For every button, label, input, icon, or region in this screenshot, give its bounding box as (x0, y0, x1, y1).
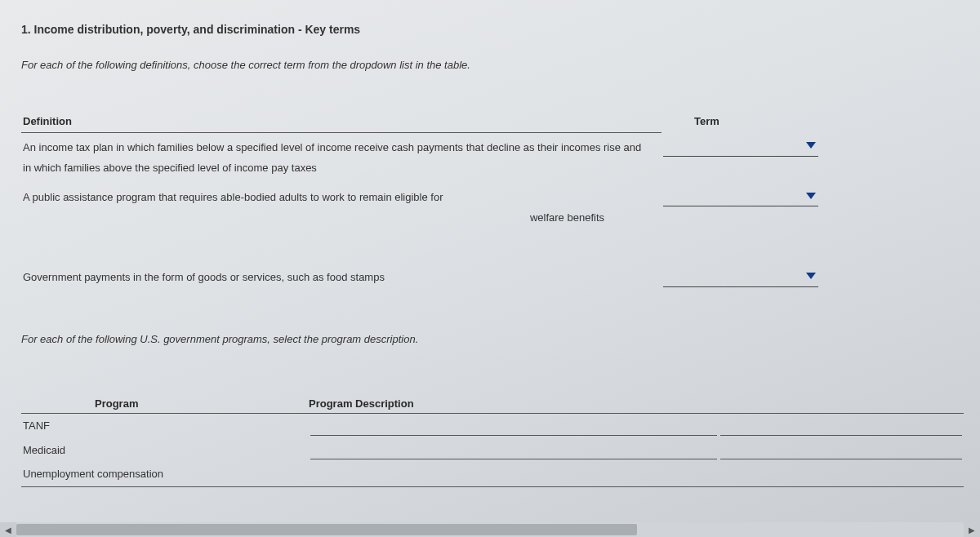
scroll-track[interactable] (16, 522, 964, 537)
table-row: A public assistance program that require… (21, 183, 964, 233)
term-dropdown-1[interactable] (663, 135, 818, 157)
program-description-dropdown-2[interactable] (310, 441, 717, 459)
term-dropdown-2[interactable] (663, 185, 818, 206)
chevron-down-icon (805, 141, 817, 149)
program-name: Unemployment compensation (21, 462, 309, 486)
definition-term-table: Definition Term An income tax plan in wh… (21, 110, 964, 292)
scroll-right-arrow-icon[interactable]: ▶ (964, 522, 980, 537)
program-table: Program Program Description TANF Medicai… (21, 394, 964, 486)
program-description-dropdown-1[interactable] (310, 417, 717, 436)
definition-text: Government payments in the form of goods… (21, 233, 662, 293)
page-body: 1. Income distribution, poverty, and dis… (0, 0, 980, 537)
instruction-2: For each of the following U.S. governmen… (21, 333, 964, 345)
table-row: Medicaid (21, 438, 964, 462)
definition-text: A public assistance program that require… (21, 183, 662, 233)
table-row: Government payments in the form of goods… (21, 233, 964, 293)
definition-line2: welfare benefits (23, 208, 645, 229)
chevron-down-icon (805, 272, 817, 280)
header-definition: Definition (21, 110, 662, 133)
svg-marker-0 (806, 142, 816, 149)
header-description: Program Description (309, 394, 719, 414)
table-row: TANF (21, 414, 964, 438)
scroll-left-arrow-icon[interactable]: ◀ (0, 522, 16, 537)
program-name: TANF (21, 414, 309, 438)
svg-marker-1 (806, 193, 816, 199)
horizontal-scrollbar[interactable]: ◀ ▶ (0, 522, 980, 537)
table-row: Unemployment compensation (21, 462, 964, 486)
program-name: Medicaid (21, 438, 309, 462)
definition-line1: A public assistance program that require… (23, 191, 443, 203)
table-row: An income tax plan in which families bel… (21, 133, 964, 184)
instruction-1: For each of the following definitions, c… (21, 59, 964, 71)
header-term: Term (662, 110, 964, 133)
term-dropdown-3[interactable] (663, 266, 818, 287)
row-line (720, 441, 962, 459)
svg-marker-2 (806, 273, 816, 279)
row-line (720, 417, 962, 436)
definition-text: An income tax plan in which families bel… (21, 133, 662, 184)
header-spacer (719, 394, 964, 414)
question-title: 1. Income distribution, poverty, and dis… (21, 23, 964, 36)
chevron-down-icon (805, 192, 817, 200)
scroll-thumb[interactable] (16, 524, 637, 535)
header-program: Program (21, 394, 309, 414)
